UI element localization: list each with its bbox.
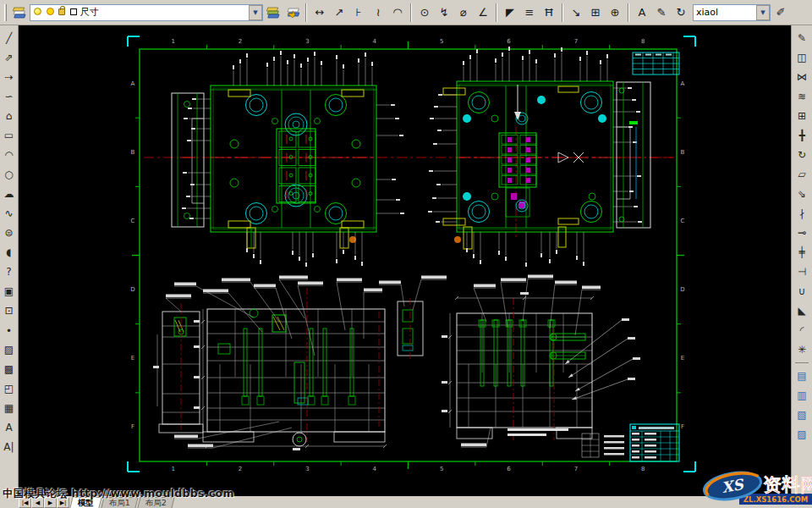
mirror-button[interactable]: ⋈ bbox=[793, 67, 810, 86]
chamfer-button[interactable]: ◣ bbox=[793, 301, 810, 320]
offset-button[interactable]: ≋ bbox=[793, 86, 810, 106]
ellipse-button[interactable]: ⊜ bbox=[1, 223, 18, 242]
erase-button[interactable]: ✎ bbox=[793, 28, 810, 47]
layer-freeze-sun-icon[interactable] bbox=[47, 8, 54, 15]
copy-button[interactable]: ◫ bbox=[793, 47, 810, 67]
hatch-button[interactable]: ▨ bbox=[1, 340, 18, 359]
stretch-button[interactable]: ⇘ bbox=[793, 184, 810, 203]
polygon-button[interactable]: ⌂ bbox=[1, 106, 18, 125]
ellipse-arc-button[interactable]: ◖ bbox=[1, 242, 18, 262]
dim-angular-button[interactable]: ∠ bbox=[474, 3, 492, 22]
layer-control-combo[interactable]: 尺寸 ▼ bbox=[30, 4, 263, 21]
dim-linear-button[interactable]: ↔ bbox=[310, 3, 329, 22]
dim-style-edit-icon: ✐ bbox=[776, 6, 786, 19]
dim-center-mark-button[interactable]: ⊕ bbox=[606, 3, 624, 22]
zone-label: 6 bbox=[507, 38, 511, 45]
polyline-button[interactable]: ∽ bbox=[1, 86, 18, 106]
layer-combo-arrow[interactable]: ▼ bbox=[249, 5, 262, 20]
layer-states-button[interactable] bbox=[264, 3, 283, 22]
dim-leader-button[interactable]: ↘ bbox=[567, 3, 585, 22]
dim-continue-icon: Ħ bbox=[544, 6, 554, 19]
gradient-button[interactable]: ▩ bbox=[1, 359, 18, 378]
dim-edit-button[interactable]: A bbox=[633, 3, 651, 22]
dim-jogged-radius-button[interactable]: ↯ bbox=[435, 3, 453, 22]
dim-quick-button[interactable]: ◤ bbox=[501, 3, 519, 22]
draworder-front-button[interactable]: ▤ bbox=[793, 366, 810, 385]
title-block bbox=[582, 424, 679, 461]
extend-button[interactable]: ⊸ bbox=[793, 223, 810, 242]
rectangle-button[interactable]: ▭ bbox=[1, 125, 18, 145]
circle-button[interactable]: ○ bbox=[1, 164, 18, 184]
toolbar-grip[interactable] bbox=[4, 4, 7, 21]
explode-icon: ✳ bbox=[798, 344, 806, 356]
zone-label: 6 bbox=[507, 466, 511, 472]
draworder-back-button[interactable]: ▥ bbox=[793, 385, 810, 405]
break-button[interactable]: ⊣ bbox=[793, 262, 810, 281]
drawing-canvas[interactable]: 1234567812345678ABCDEFABCDEF bbox=[19, 25, 791, 496]
layer-lock-icon[interactable] bbox=[58, 8, 65, 15]
polyline-icon: ∽ bbox=[4, 91, 13, 102]
layer-color-swatch[interactable] bbox=[70, 8, 77, 15]
dim-update-button[interactable]: ↻ bbox=[672, 3, 690, 22]
dim-diameter-button[interactable]: ⌀ bbox=[454, 3, 473, 22]
point-button[interactable]: ∙ bbox=[1, 320, 18, 340]
site-logo-watermark: ZL.XS1616.COM XS 资料网 bbox=[699, 467, 812, 508]
break-at-point-button[interactable]: ╪ bbox=[793, 242, 810, 262]
zone-label: 4 bbox=[373, 466, 377, 472]
zone-label: F bbox=[131, 423, 134, 430]
explode-button[interactable]: ✳ bbox=[793, 340, 810, 359]
dim-style-edit-button[interactable]: ✐ bbox=[771, 3, 790, 22]
trim-icon: ∤ bbox=[799, 207, 804, 219]
dim-radius-button[interactable]: ⊙ bbox=[415, 3, 434, 22]
layer-on-bulb-icon[interactable] bbox=[34, 8, 41, 15]
dim-tolerance-button[interactable]: ⊞ bbox=[586, 3, 605, 22]
arc-button[interactable]: ◠ bbox=[1, 145, 18, 164]
mtext-button[interactable]: A| bbox=[1, 437, 18, 456]
text-button[interactable]: A bbox=[1, 417, 18, 437]
move-button[interactable]: ╋ bbox=[793, 125, 810, 145]
region-button[interactable]: ◰ bbox=[1, 378, 18, 398]
help-tool-icon: ? bbox=[6, 266, 11, 278]
dim-style-combo[interactable]: xiaol ▼ bbox=[693, 4, 771, 21]
dim-angular-icon: ∠ bbox=[478, 6, 488, 19]
dim-style-combo-arrow[interactable]: ▼ bbox=[756, 5, 770, 20]
draworder-below-button[interactable]: ▨ bbox=[793, 424, 810, 444]
line-button[interactable]: ╱ bbox=[1, 28, 18, 47]
table-button[interactable]: ▦ bbox=[1, 398, 18, 417]
dim-style-value: xiaol bbox=[694, 7, 756, 18]
dim-text-edit-button[interactable]: ✎ bbox=[652, 3, 671, 22]
region-icon: ◰ bbox=[4, 383, 14, 395]
spline-button[interactable]: ∿ bbox=[1, 203, 18, 223]
dim-continue-button[interactable]: Ħ bbox=[540, 3, 558, 22]
layer-previous-button[interactable] bbox=[283, 3, 302, 22]
insert-block-button[interactable]: ▣ bbox=[1, 281, 18, 301]
join-button[interactable]: ∪ bbox=[793, 281, 810, 301]
rotate-button[interactable]: ↻ bbox=[793, 145, 810, 164]
dim-jogline-button[interactable]: ≀ bbox=[369, 3, 387, 22]
revision-cloud-button[interactable]: ☁ bbox=[1, 184, 18, 203]
trim-button[interactable]: ∤ bbox=[793, 203, 810, 223]
dim-baseline-button[interactable]: ≡ bbox=[520, 3, 539, 22]
construction-line-button[interactable]: ⇗ bbox=[1, 47, 18, 67]
dim-aligned-button[interactable]: ↗ bbox=[330, 3, 348, 22]
toolbar-separator bbox=[410, 3, 412, 22]
break-at-point-icon: ╪ bbox=[798, 246, 804, 258]
zone-label: 5 bbox=[440, 38, 443, 45]
dim-baseline-icon: ≡ bbox=[525, 6, 535, 19]
zone-label: F bbox=[681, 423, 684, 430]
help-tool-button[interactable]: ? bbox=[1, 262, 18, 281]
dim-ordinate-button[interactable]: ⊦ bbox=[349, 3, 368, 22]
make-block-button[interactable]: ⊡ bbox=[1, 301, 18, 320]
dim-arc-length-button[interactable]: ◠ bbox=[388, 3, 407, 22]
fillet-button[interactable]: ◜ bbox=[793, 320, 810, 340]
draworder-above-button[interactable]: ▧ bbox=[793, 405, 810, 424]
zone-label: 3 bbox=[305, 38, 309, 45]
toolbar-separator bbox=[305, 3, 307, 22]
ray-button[interactable]: ⇢ bbox=[1, 67, 18, 86]
scale-button[interactable]: ▱ bbox=[793, 164, 810, 184]
dim-style-edit-slot: ✐ bbox=[771, 3, 790, 22]
dim-tolerance-icon: ⊞ bbox=[591, 6, 601, 19]
layer-properties-manager-button[interactable] bbox=[10, 3, 29, 22]
array-button[interactable]: ⊞ bbox=[793, 106, 810, 125]
draworder-back-icon: ▥ bbox=[797, 389, 806, 401]
